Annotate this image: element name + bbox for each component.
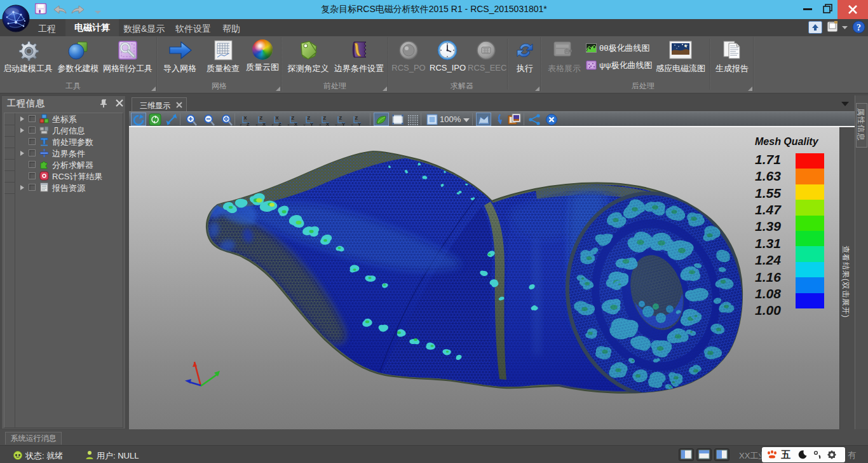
- svg-text:Z: Z: [260, 115, 263, 121]
- svg-text:X: X: [326, 121, 329, 127]
- svg-text:Z: Z: [247, 121, 250, 127]
- svg-text:Y: Y: [358, 121, 361, 127]
- svg-text:Z: Z: [339, 115, 342, 121]
- svg-text:Z: Z: [292, 115, 295, 121]
- svg-text:Z: Z: [323, 115, 327, 121]
- svg-text:Z: Z: [308, 115, 311, 121]
- svg-text:?: ?: [857, 23, 861, 32]
- svg-text:X: X: [276, 115, 279, 121]
- svg-text:X: X: [262, 121, 266, 127]
- svg-text:X: X: [294, 121, 297, 127]
- svg-text:Y: Y: [310, 121, 313, 127]
- svg-text:Z: Z: [278, 121, 281, 127]
- svg-text:Y: Y: [342, 121, 345, 127]
- svg-text:Z: Z: [355, 115, 358, 121]
- svg-text:X: X: [244, 115, 247, 121]
